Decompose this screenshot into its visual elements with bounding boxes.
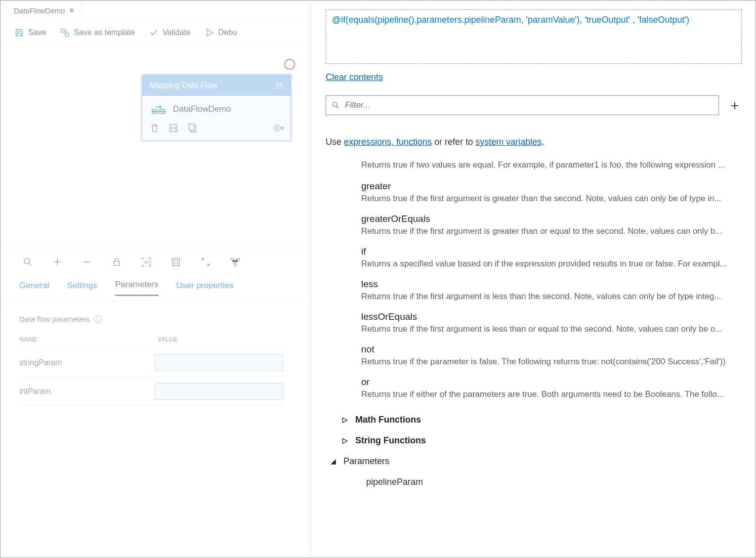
svg-point-5	[160, 111, 165, 114]
hint-post: .	[542, 137, 544, 147]
col-value-header: VALUE	[158, 336, 178, 343]
tab-dataflow[interactable]: DataFlowDemo	[4, 1, 83, 20]
dataflow-icon	[151, 104, 166, 115]
panel-tabs: General Settings Parameters User propert…	[0, 275, 302, 301]
svg-rect-14	[231, 258, 234, 260]
designer-background: DataFlowDemo Save Save as template Valid…	[0, 0, 302, 558]
tab-general[interactable]: General	[19, 281, 49, 296]
canvas-toolbar: 100%	[0, 248, 302, 275]
code-icon[interactable]	[168, 123, 179, 133]
save-as-template-label: Save as template	[74, 28, 135, 37]
expressions-functions-link[interactable]: expressions, functions	[344, 137, 432, 147]
search-icon	[331, 101, 340, 110]
param-value-input[interactable]	[155, 354, 283, 371]
dataflow-node[interactable]: Mapping Data Flow DataFlowDemo	[142, 75, 291, 141]
add-button[interactable]: ＋	[728, 98, 742, 112]
function-desc: Returns true if the first argument is le…	[361, 292, 742, 301]
error-indicator-icon	[284, 59, 295, 70]
open-external-icon[interactable]	[275, 81, 284, 90]
parameters-table: NAME VALUE stringParam intParam	[19, 331, 283, 406]
zoom-100-icon[interactable]: 100%	[141, 257, 152, 267]
svg-text:100%: 100%	[144, 260, 152, 263]
chevron-down-icon: ◢	[331, 457, 338, 465]
function-item[interactable]: greater Returns true if the first argume…	[361, 181, 742, 204]
function-name: not	[361, 344, 742, 355]
info-icon[interactable]: i	[94, 315, 102, 323]
validate-button[interactable]: Validate	[149, 28, 191, 38]
tree-parameters[interactable]: ◢Parameters	[331, 451, 742, 472]
function-item[interactable]: or Returns true if either of the paramet…	[361, 377, 742, 399]
lock-icon[interactable]	[111, 257, 122, 267]
param-name: stringParam	[19, 358, 155, 367]
play-icon	[205, 28, 214, 38]
search-icon[interactable]	[22, 257, 33, 267]
toolbar: Save Save as template Validate Debu	[0, 20, 302, 45]
svg-point-3	[152, 111, 158, 114]
function-item[interactable]: not Returns true if the parameter is fal…	[361, 344, 742, 367]
chevron-right-icon: ▷	[342, 436, 350, 444]
debug-button[interactable]: Debu	[205, 28, 237, 38]
tab-settings[interactable]: Settings	[67, 281, 97, 296]
tree-label: Parameters	[343, 456, 389, 467]
zoom-out-icon[interactable]	[82, 257, 92, 267]
svg-rect-16	[234, 263, 237, 265]
save-icon	[14, 28, 24, 38]
tab-user-properties[interactable]: User properties	[176, 281, 234, 296]
node-footer	[142, 120, 291, 140]
svg-rect-0	[61, 29, 65, 32]
add-output-icon[interactable]	[273, 123, 284, 133]
svg-point-9	[24, 258, 30, 263]
section-label-text: Data flow parameters	[19, 315, 90, 323]
function-item[interactable]: if Returns a specified value based on if…	[361, 246, 742, 269]
layout-icon[interactable]	[230, 257, 241, 267]
function-name: or	[361, 377, 742, 387]
section-label: Data flow parameters i	[0, 301, 302, 323]
function-desc: Returns true if two values are equal. Fo…	[361, 160, 742, 170]
template-icon	[60, 28, 70, 38]
clear-contents-link[interactable]: Clear contents	[326, 72, 383, 83]
expression-input[interactable]	[326, 9, 742, 64]
tab-title: DataFlowDemo	[14, 6, 65, 15]
expression-builder-panel: Clear contents ＋ Use expressions, functi…	[312, 0, 756, 558]
function-name: less	[361, 279, 742, 290]
filter-input[interactable]	[345, 100, 714, 110]
param-value-input[interactable]	[155, 383, 283, 400]
tree-child-label: pipelineParam	[366, 477, 423, 487]
table-row: stringParam	[19, 348, 283, 377]
zoom-in-icon[interactable]	[52, 257, 63, 267]
tree-parameter-item[interactable]: pipelineParam	[342, 472, 742, 492]
tab-parameters[interactable]: Parameters	[115, 280, 159, 296]
hint-text: Use expressions, functions or refer to s…	[326, 137, 742, 147]
check-icon	[149, 28, 159, 38]
save-button[interactable]: Save	[14, 28, 46, 38]
svg-rect-13	[174, 260, 177, 263]
function-desc: Returns true if the first argument is gr…	[361, 226, 742, 236]
function-list: Returns true if two values are equal. Fo…	[326, 160, 742, 399]
save-as-template-button[interactable]: Save as template	[60, 28, 135, 38]
copy-icon[interactable]	[187, 123, 198, 133]
tree-label: Math Functions	[355, 415, 421, 425]
tree-math-functions[interactable]: ▷Math Functions	[342, 409, 742, 430]
function-item[interactable]: lessOrEquals Returns true if the first a…	[361, 311, 742, 334]
tree-label: String Functions	[355, 435, 426, 446]
trash-icon[interactable]	[149, 123, 160, 133]
fit-screen-icon[interactable]	[170, 257, 181, 267]
param-name: intParam	[19, 387, 155, 396]
function-item[interactable]: greaterOrEquals Returns true if the firs…	[361, 214, 742, 236]
function-desc: Returns a specified value based on if th…	[361, 259, 742, 269]
function-name: greaterOrEquals	[361, 214, 742, 224]
function-desc: Returns true if either of the parameters…	[361, 389, 742, 399]
svg-rect-15	[237, 258, 240, 260]
filter-box[interactable]	[326, 95, 719, 115]
validate-label: Validate	[163, 28, 191, 37]
table-row: intParam	[19, 377, 283, 406]
svg-point-17	[333, 102, 337, 107]
pipeline-canvas[interactable]: Mapping Data Flow DataFlowDemo	[0, 45, 302, 248]
tree-string-functions[interactable]: ▷String Functions	[342, 430, 742, 451]
system-variables-link[interactable]: system variables	[475, 137, 542, 147]
fullscreen-icon[interactable]	[200, 257, 211, 267]
save-label: Save	[28, 28, 46, 37]
svg-rect-1	[65, 33, 69, 36]
function-item[interactable]: less Returns true if the first argument …	[361, 279, 742, 301]
col-name-header: NAME	[19, 336, 158, 343]
